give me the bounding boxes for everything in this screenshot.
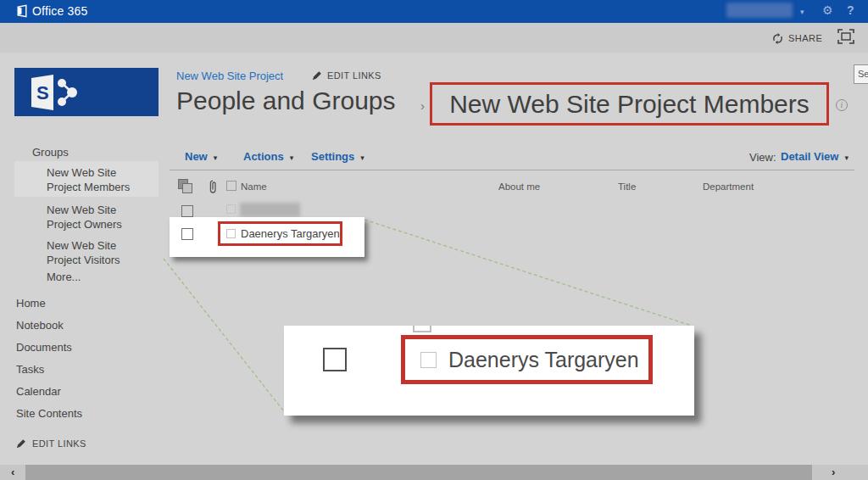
highlight-panel-small: Daenerys Targaryen <box>170 217 364 257</box>
pencil-icon <box>312 70 322 81</box>
share-label: SHARE <box>788 33 822 43</box>
sidebar-item-project-visitors[interactable]: New Web Site Project Visitors <box>47 238 153 267</box>
share-icon <box>771 32 784 45</box>
table-row-name-link[interactable]: Daenerys Targaryen <box>241 227 340 240</box>
presence-checkbox <box>226 204 236 214</box>
title-separator: › <box>420 98 425 113</box>
table-row-name-redacted[interactable] <box>240 203 300 217</box>
sidebar-item-project-members[interactable]: New Web Site Project Members <box>47 165 153 194</box>
annotation-box-name-small: Daenerys Targaryen <box>218 221 342 246</box>
edit-links-sidebar-label: EDIT LINKS <box>32 438 86 449</box>
user-name-redacted[interactable] <box>726 3 793 18</box>
share-button[interactable]: SHARE <box>771 30 822 47</box>
row-checkbox[interactable] <box>181 205 193 217</box>
chevron-down-icon: ▾ <box>844 153 849 162</box>
svg-text:S: S <box>36 82 49 103</box>
scrollbar-thumb[interactable] <box>25 465 812 480</box>
suite-bar: Office 365 ▾ ⚙ ? <box>0 0 868 23</box>
sidebar-item-project-owners[interactable]: New Web Site Project Owners <box>47 203 153 232</box>
menu-new[interactable]: New▾ <box>185 150 217 163</box>
menu-actions[interactable]: Actions▾ <box>243 150 293 163</box>
zoom-callout-panel: Daenerys Targaryen <box>284 326 694 416</box>
toolbar-divider <box>170 170 854 170</box>
info-icon[interactable]: i <box>836 99 848 111</box>
column-header-title[interactable]: Title <box>618 181 636 192</box>
chevron-down-icon: ▾ <box>214 153 218 162</box>
office-365-brand[interactable]: Office 365 <box>32 4 88 18</box>
presence-checkbox <box>226 229 236 238</box>
callout-name-text: Daenerys Targaryen <box>448 348 639 372</box>
chevron-down-icon: ▾ <box>290 153 294 162</box>
scroll-right-icon[interactable]: › <box>832 466 835 478</box>
breadcrumb-site-link[interactable]: New Web Site Project <box>176 70 283 82</box>
sidebar-item-notebook[interactable]: Notebook <box>16 319 64 332</box>
page-title-section[interactable]: People and Groups <box>176 87 396 115</box>
page-title-current: New Web Site Project Members <box>449 90 810 119</box>
office-365-logo-icon <box>15 4 29 18</box>
menu-settings[interactable]: Settings▾ <box>311 150 364 163</box>
clipped-checkbox <box>413 326 431 332</box>
view-label: View: <box>749 151 776 164</box>
callout-presence-checkbox <box>420 352 437 368</box>
sidebar-item-home[interactable]: Home <box>16 297 46 310</box>
search-input[interactable]: Se <box>854 64 868 84</box>
edit-links-sidebar-button[interactable]: EDIT LINKS <box>16 438 86 449</box>
focus-on-content-icon[interactable] <box>837 29 854 44</box>
header-checkbox[interactable] <box>226 181 236 191</box>
annotation-box-name-large: Daenerys Targaryen <box>401 335 653 384</box>
paperclip-icon[interactable] <box>208 179 218 194</box>
select-all-icon[interactable] <box>178 179 193 194</box>
ribbon-bar: SHARE <box>0 23 868 53</box>
column-header-about-me[interactable]: About me <box>498 181 540 192</box>
column-header-name[interactable]: Name <box>241 181 267 192</box>
view-selector[interactable]: Detail View▾ <box>781 150 849 163</box>
sidebar-item-calendar[interactable]: Calendar <box>16 385 61 398</box>
help-icon[interactable]: ? <box>847 3 854 17</box>
callout-row-checkbox <box>323 348 347 371</box>
pencil-icon <box>16 438 26 449</box>
horizontal-scrollbar[interactable]: ‹ › <box>0 465 868 480</box>
user-menu-caret-icon[interactable]: ▾ <box>800 8 804 16</box>
edit-links-top-label: EDIT LINKS <box>327 70 381 81</box>
row-checkbox[interactable] <box>181 228 193 240</box>
sidebar-item-documents[interactable]: Documents <box>16 341 72 354</box>
chevron-down-icon: ▾ <box>360 153 364 162</box>
scroll-left-icon[interactable]: ‹ <box>11 466 14 478</box>
sidebar-groups-heading: Groups <box>32 146 69 159</box>
gear-icon[interactable]: ⚙ <box>822 3 833 17</box>
sidebar-item-tasks[interactable]: Tasks <box>16 363 44 376</box>
column-header-department[interactable]: Department <box>703 181 754 192</box>
sidebar-item-site-contents[interactable]: Site Contents <box>16 407 82 420</box>
sharepoint-logo-icon: S <box>14 73 91 112</box>
sidebar-item-more[interactable]: More... <box>47 270 153 284</box>
sharepoint-logo[interactable]: S <box>14 68 159 116</box>
edit-links-top-button[interactable]: EDIT LINKS <box>312 70 381 81</box>
annotation-box-title: New Web Site Project Members <box>430 82 829 126</box>
